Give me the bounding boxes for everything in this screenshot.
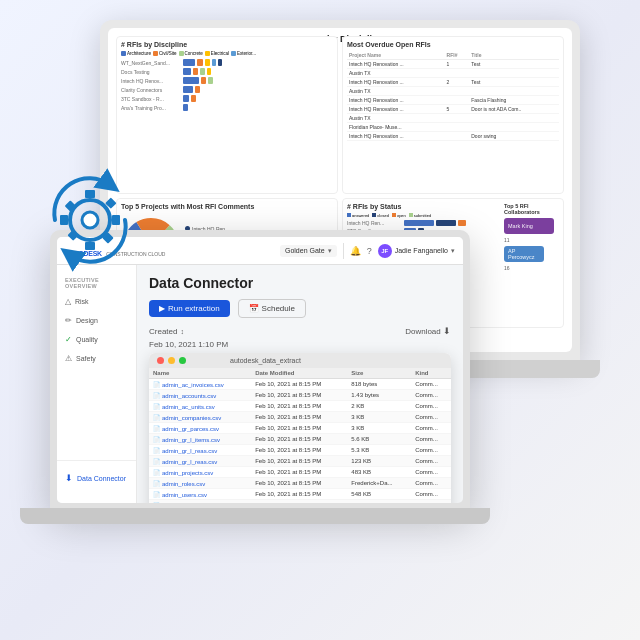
calendar-icon: 📅	[249, 304, 259, 313]
col-title: Title	[469, 51, 559, 60]
overdue-row: Austin TX	[347, 114, 559, 123]
file-size-cell: 548 KB	[347, 489, 411, 500]
collab-item: Mark King	[504, 218, 554, 234]
file-date-cell: Feb 10, 2021 at 8:15 PM	[251, 489, 347, 500]
file-size-cell: 5.3 KB	[347, 445, 411, 456]
sidebar-item-risk[interactable]: △ Risk	[57, 293, 136, 310]
sidebar-item-label: Risk	[75, 298, 89, 305]
sidebar-item-safety[interactable]: ⚠ Safety	[57, 350, 136, 367]
file-table: Name Date Modified Size Kind 📄admin_ac_i…	[149, 368, 451, 503]
window-chrome: autodesk_data_extract	[149, 353, 451, 368]
user-badge[interactable]: JF Jadie Fanganello ▾	[378, 244, 455, 258]
discipline-bar-chart: WT_NextGen_Sand... Docs Testing Intech H…	[121, 59, 333, 113]
file-table-row[interactable]: 📄admin_gr_parces.csv Feb 10, 2021 at 8:1…	[149, 423, 451, 434]
sidebar-connector-label: Data Connector	[77, 475, 126, 482]
overdue-panel: Most Overdue Open RFIs Project Name RFI#…	[342, 36, 564, 194]
schedule-button[interactable]: 📅 Schedule	[238, 299, 306, 318]
file-table-row[interactable]: 📄admin_gr_l_items.csv Feb 10, 2021 at 8:…	[149, 434, 451, 445]
file-kind-cell: Comm...	[411, 456, 451, 467]
avatar: JF	[378, 244, 392, 258]
file-date-cell: Feb 10, 2021 at 8:15 PM	[251, 445, 347, 456]
file-kind-cell: Comm...	[411, 478, 451, 489]
overdue-row: Floridian Place- Muse...	[347, 123, 559, 132]
file-table-row[interactable]: 📄admin_gr_l_reas.csv Feb 10, 2021 at 8:1…	[149, 445, 451, 456]
svg-rect-6	[85, 190, 95, 198]
bell-icon[interactable]: 🔔	[350, 246, 361, 256]
file-name-cell: 📄admin_ac_invoices.csv	[149, 379, 251, 390]
overdue-row: Intech HQ Renovation ...2Test	[347, 78, 559, 87]
file-date-cell: Feb 10, 2021 at 8:15 PM	[251, 478, 347, 489]
file-table-row[interactable]: 📄admin_roles.csv Feb 10, 2021 at 8:15 PM…	[149, 478, 451, 489]
page-title: Data Connector	[149, 275, 451, 291]
file-table-row[interactable]: 📄admin_projects.csv Feb 10, 2021 at 8:15…	[149, 467, 451, 478]
file-name-cell: 📄admin_projects.csv	[149, 467, 251, 478]
close-window-button[interactable]	[157, 357, 164, 364]
sidebar-item-label: Design	[76, 317, 98, 324]
overdue-row: Austin TX	[347, 69, 559, 78]
action-bar: ▶ Run extraction 📅 Schedule	[149, 299, 451, 318]
file-table-row[interactable]: 📄checklists_greens.csv Feb 10, 2021 at 8…	[149, 500, 451, 504]
maximize-window-button[interactable]	[179, 357, 186, 364]
app-body: EXECUTIVE OVERVIEW △ Risk ✏ Design ✓ Qua…	[57, 265, 463, 503]
file-table-row[interactable]: 📄admin_users.csv Feb 10, 2021 at 8:15 PM…	[149, 489, 451, 500]
file-name-cell: 📄checklists_greens.csv	[149, 500, 251, 504]
file-date-cell: Feb 10, 2021 at 8:15 PM	[251, 423, 347, 434]
sidebar-item-design[interactable]: ✏ Design	[57, 312, 136, 329]
file-name-cell: 📄admin_gr_l_items.csv	[149, 434, 251, 445]
minimize-window-button[interactable]	[168, 357, 175, 364]
sidebar-data-connector[interactable]: ⬇ Data Connector	[65, 469, 128, 487]
file-size-cell: 3 KB	[347, 412, 411, 423]
help-icon[interactable]: ?	[367, 246, 372, 256]
date-row: Feb 10, 2021 1:10 PM	[149, 340, 451, 349]
safety-icon: ⚠	[65, 354, 72, 363]
file-explorer-window: autodesk_data_extract Name Date Modified…	[149, 353, 451, 503]
file-table-row[interactable]: 📄admin_accounts.csv Feb 10, 2021 at 8:15…	[149, 390, 451, 401]
col-size: Size	[347, 368, 411, 379]
file-size-cell: 139 bytes	[347, 500, 411, 504]
col-name: Name	[149, 368, 251, 379]
table-header: Created ↕ Download ⬇	[149, 326, 451, 336]
file-table-row[interactable]: 📄admin_gr_l_reas.csv Feb 10, 2021 at 8:1…	[149, 456, 451, 467]
file-kind-cell: Comm...	[411, 445, 451, 456]
file-size-cell: Frederick+Da...	[347, 478, 411, 489]
svg-point-15	[82, 212, 98, 228]
file-table-row[interactable]: 📄admin_ac_invoices.csv Feb 10, 2021 at 8…	[149, 379, 451, 390]
user-chevron-icon: ▾	[451, 247, 455, 255]
main-content: Data Connector ▶ Run extraction 📅 Schedu…	[137, 265, 463, 503]
file-size-cell: 818 bytes	[347, 379, 411, 390]
col-rfi: RFI#	[445, 51, 470, 60]
file-date-cell: Feb 10, 2021 at 8:15 PM	[251, 390, 347, 401]
file-size-cell: 2 KB	[347, 401, 411, 412]
file-date-cell: Feb 10, 2021 at 8:15 PM	[251, 412, 347, 423]
sidebar-item-label: Quality	[76, 336, 98, 343]
file-date-cell: Feb 10, 2021 at 8:15 PM	[251, 434, 347, 445]
file-name-cell: 📄admin_gr_l_reas.csv	[149, 456, 251, 467]
svg-rect-7	[85, 242, 95, 250]
risk-icon: △	[65, 297, 71, 306]
gear-container	[30, 160, 150, 280]
file-date-cell: Feb 10, 2021 at 8:15 PM	[251, 401, 347, 412]
file-size-cell: 1.43 bytes	[347, 390, 411, 401]
sidebar-item-label: Safety	[76, 355, 96, 362]
file-table-row[interactable]: 📄admin_companies.csv Feb 10, 2021 at 8:1…	[149, 412, 451, 423]
download-icon: ⬇	[443, 326, 451, 336]
sidebar-item-quality[interactable]: ✓ Quality	[57, 331, 136, 348]
col-project: Project Name	[347, 51, 445, 60]
quality-icon: ✓	[65, 335, 72, 344]
file-date-cell: Feb 10, 2021 at 8:15 PM	[251, 500, 347, 504]
file-table-row[interactable]: 📄admin_ac_units.csv Feb 10, 2021 at 8:15…	[149, 401, 451, 412]
file-table-header-row: Name Date Modified Size Kind	[149, 368, 451, 379]
file-name-cell: 📄admin_gr_l_reas.csv	[149, 445, 251, 456]
run-extraction-button[interactable]: ▶ Run extraction	[149, 300, 230, 317]
connector-download-icon: ⬇	[65, 473, 73, 483]
overdue-row: Austin TX	[347, 87, 559, 96]
design-icon: ✏	[65, 316, 72, 325]
file-kind-cell: Comm...	[411, 467, 451, 478]
overdue-row: Intech HQ Renovation ...1Test	[347, 60, 559, 69]
play-icon: ▶	[159, 304, 165, 313]
file-name-cell: 📄admin_gr_parces.csv	[149, 423, 251, 434]
project-selector[interactable]: Golden Gate ▾	[280, 245, 337, 257]
file-size-cell: 3 KB	[347, 423, 411, 434]
file-kind-cell: Comm...	[411, 500, 451, 504]
laptop-front-base	[20, 508, 490, 524]
